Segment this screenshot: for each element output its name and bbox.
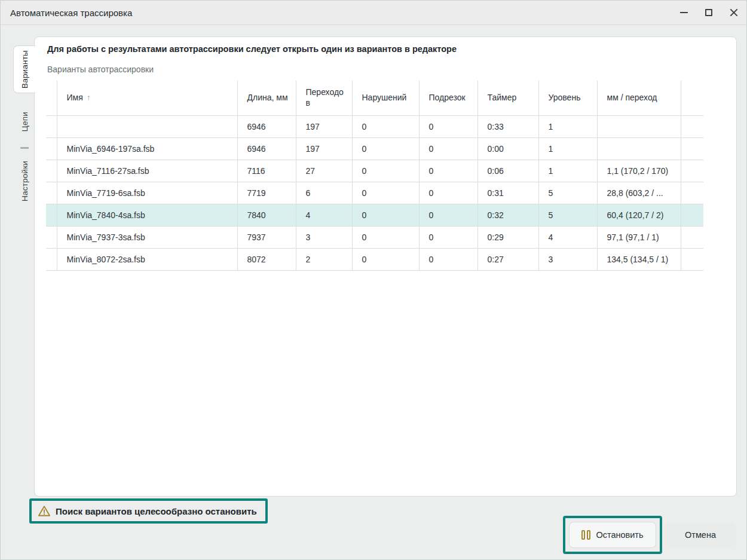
header-length[interactable]: Длина, мм	[237, 81, 296, 115]
tab-nets[interactable]: Цепи	[13, 100, 36, 143]
tab-variants[interactable]: Варианты	[13, 45, 36, 93]
tab-variants-label: Варианты	[20, 50, 29, 88]
content-panel: Для работы с результатами автотрассировк…	[34, 36, 737, 497]
table-row-selected[interactable]: MinVia_7840-4sa.fsb 7840 4 0 0 0:32 5 60…	[46, 204, 703, 226]
table-row[interactable]: MinVia_7937-3sa.fsb 7937 3 0 0 0:29 4 97…	[46, 226, 703, 248]
dialog-window: Автоматическая трассировка Варианты Цепи…	[0, 0, 747, 560]
intro-text: Для работы с результатами автотрассировк…	[47, 44, 457, 54]
table-row[interactable]: MinVia_6946-197sa.fsb 6946 197 0 0 0:00 …	[46, 137, 703, 160]
tab-settings[interactable]: Настройки	[13, 152, 36, 210]
table-row[interactable]: MinVia_7116-27sa.fsb 7116 27 0 0 0:06 1 …	[46, 160, 703, 182]
cancel-button-label: Отмена	[685, 530, 716, 540]
close-button[interactable]	[721, 1, 746, 25]
sort-asc-icon: ↑	[87, 93, 91, 102]
header-undercuts[interactable]: Подрезок	[419, 81, 477, 115]
header-mm-per-via[interactable]: мм / переход	[597, 81, 681, 115]
warning-icon	[38, 505, 51, 517]
tab-settings-label: Настройки	[20, 161, 29, 201]
close-icon	[730, 8, 738, 17]
header-violations[interactable]: Нарушений	[352, 81, 419, 115]
titlebar: Автоматическая трассировка	[1, 1, 746, 25]
maximize-button[interactable]	[696, 1, 721, 25]
warning-text: Поиск вариантов целесообразно остановить	[56, 506, 257, 516]
stop-annotation: Остановить	[563, 516, 662, 554]
tab-nets-label: Цепи	[20, 112, 29, 131]
stop-button-label: Остановить	[596, 530, 643, 540]
header-level[interactable]: Уровень	[538, 81, 597, 115]
header-timer[interactable]: Таймер	[477, 81, 538, 115]
header-selector	[46, 81, 57, 115]
maximize-icon	[705, 9, 712, 16]
header-name[interactable]: Имя↑	[57, 81, 237, 115]
table-row[interactable]: 6946 197 0 0 0:33 1	[46, 115, 703, 137]
minimize-icon	[680, 12, 688, 13]
pause-icon	[581, 530, 590, 540]
tab-rail: Варианты Цепи Настройки	[13, 45, 36, 210]
table-row[interactable]: MinVia_8072-2sa.fsb 8072 2 0 0 0:27 3 13…	[46, 248, 703, 270]
tab-separator	[20, 147, 29, 149]
cancel-button[interactable]: Отмена	[665, 522, 736, 547]
table-header-row: Имя↑ Длина, мм Переходов Нарушений Подре…	[46, 81, 703, 115]
header-trailing	[681, 81, 703, 115]
window-controls	[671, 1, 746, 25]
table-row[interactable]: MinVia_7719-6sa.fsb 7719 6 0 0 0:31 5 28…	[46, 182, 703, 204]
warning-annotation: Поиск вариантов целесообразно остановить	[29, 498, 268, 524]
minimize-button[interactable]	[671, 1, 696, 25]
variants-table: Имя↑ Длина, мм Переходов Нарушений Подре…	[46, 81, 703, 271]
window-title: Автоматическая трассировка	[10, 8, 132, 18]
header-vias[interactable]: Переходов	[296, 81, 352, 115]
stop-button[interactable]: Остановить	[569, 522, 656, 548]
subtitle-text: Варианты автотрассировки	[47, 65, 154, 74]
